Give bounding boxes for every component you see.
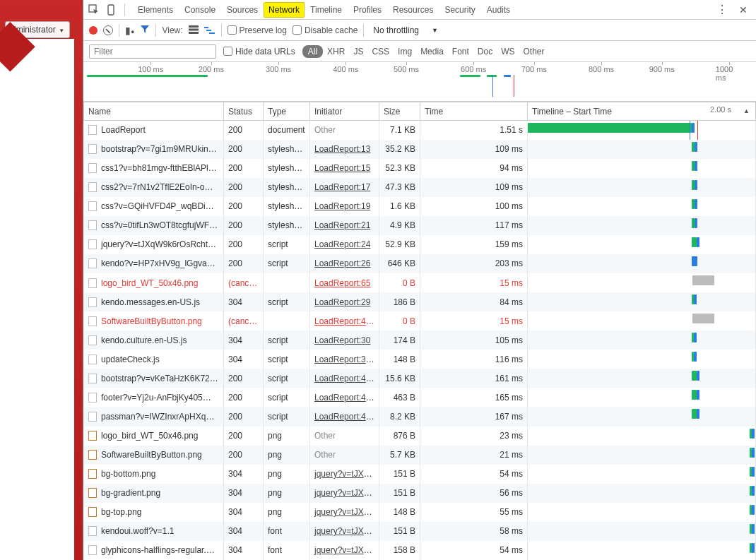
timeline-cell (528, 330, 756, 350)
filter-chip-all[interactable]: All (302, 45, 323, 58)
initiator-link[interactable]: jquery?v=tJXqW9... (314, 469, 379, 479)
record-button[interactable] (89, 26, 98, 35)
table-row[interactable]: jquery?v=tJXqW9k6rOsRcht33y9C...200scrip… (84, 235, 756, 254)
col-size-header[interactable]: Size (379, 102, 420, 121)
view-large-icon[interactable] (189, 25, 199, 36)
request-name: passman?v=IWZInxrApHXqOd-qa... (101, 412, 224, 422)
tab-console[interactable]: Console (179, 1, 221, 19)
table-row[interactable]: glyphicons-halflings-regular.woff2304fon… (84, 541, 756, 560)
preserve-log-checkbox[interactable]: Preserve log (228, 25, 287, 35)
screenshot-icon[interactable]: ▮● (125, 25, 134, 36)
initiator-link[interactable]: LoadReport:432 (314, 393, 375, 403)
file-icon (88, 431, 97, 441)
inspect-icon[interactable] (88, 4, 100, 16)
disable-cache-checkbox[interactable]: Disable cache (293, 25, 358, 35)
initiator-link[interactable]: jquery?v=tJXqW9... (314, 488, 379, 498)
initiator-link[interactable]: LoadReport:26 (314, 258, 370, 268)
initiator-link[interactable]: jquery?v=tJXqW9... (314, 545, 379, 555)
table-row[interactable]: bg-bottom.png304pngjquery?v=tJXqW9...151… (84, 465, 756, 484)
col-name-header[interactable]: Name (84, 102, 224, 121)
table-row[interactable]: kendoui.woff?v=1.1304fontjquery?v=tJXqW9… (84, 522, 756, 541)
status-cell: 304 (224, 292, 264, 311)
col-type-header[interactable]: Type (264, 102, 310, 121)
filter-icon[interactable] (140, 24, 150, 36)
table-row[interactable]: kendo?v=HP7xHV9g_lGgvaD9RXf...200scriptL… (84, 254, 756, 273)
throttling-dropdown[interactable]: No throttling ▼ (370, 23, 442, 37)
kebab-menu-icon[interactable]: ⋮ (714, 3, 731, 16)
table-row[interactable]: updateCheck.js304scriptLoadReport:365148… (84, 350, 756, 369)
file-icon (88, 526, 97, 536)
col-initiator-header[interactable]: Initiator (310, 102, 379, 121)
filter-chip-other[interactable]: Other (519, 45, 549, 58)
filter-input[interactable] (89, 44, 216, 59)
svg-rect-5 (204, 27, 208, 28)
device-toggle-icon[interactable] (105, 4, 117, 16)
tab-security[interactable]: Security (439, 1, 480, 19)
filter-chip-font[interactable]: Font (448, 45, 473, 58)
initiator-link[interactable]: LoadReport:30 (314, 335, 370, 345)
preserve-log-input[interactable] (228, 25, 237, 35)
type-cell: stylesheet (264, 140, 310, 159)
table-row[interactable]: bootstrap?v=7gi1m9MRUkine3WJ...200styles… (84, 140, 756, 159)
initiator-link[interactable]: jquery?v=tJXqW9... (314, 526, 379, 536)
initiator-link[interactable]: LoadReport:420 (314, 316, 375, 326)
tab-audits[interactable]: Audits (481, 1, 516, 19)
initiator-link[interactable]: LoadReport:13 (314, 144, 370, 154)
table-row[interactable]: passman?v=IWZInxrApHXqOd-qa...200scriptL… (84, 407, 756, 426)
initiator-link[interactable]: LoadReport:29 (314, 297, 370, 307)
initiator-link[interactable]: LoadReport:24 (314, 239, 370, 249)
timeline-overview[interactable]: 100 ms200 ms300 ms400 ms500 ms600 ms700 … (83, 62, 756, 102)
tab-network[interactable]: Network (264, 2, 305, 18)
initiator-link[interactable]: LoadReport:434 (314, 412, 375, 422)
filter-chip-media[interactable]: Media (416, 45, 448, 58)
filter-chip-ws[interactable]: WS (497, 45, 519, 58)
tab-sources[interactable]: Sources (221, 1, 264, 19)
hide-data-urls-input[interactable] (223, 47, 232, 56)
table-row[interactable]: footer?v=Yj2u-AnFbjKy405WlNk8...200scrip… (84, 388, 756, 407)
table-row[interactable]: logo_bird_WT_50x46.png200pngOther876 B23… (84, 427, 756, 446)
timeline-bar-cap (752, 505, 755, 515)
filter-chip-xhr[interactable]: XHR (323, 45, 349, 58)
initiator-link[interactable]: LoadReport:365 (314, 355, 375, 364)
tab-resources[interactable]: Resources (387, 1, 439, 19)
tab-timeline[interactable]: Timeline (305, 1, 348, 19)
timeline-cell (528, 311, 756, 330)
table-row[interactable]: css?v=GQiHVFD4P_wqBDiHAO74...200styleshe… (84, 197, 756, 216)
table-row[interactable]: css2?v=7rN1v2TflE2EoIn-oHH4cbr...200styl… (84, 178, 756, 197)
initiator-link[interactable]: LoadReport:430 (314, 374, 375, 383)
initiator-link[interactable]: LoadReport:17 (314, 182, 370, 192)
filter-chip-js[interactable]: JS (349, 45, 367, 58)
table-row[interactable]: logo_bird_WT_50x46.png(canceled)LoadRepo… (84, 273, 756, 292)
table-row[interactable]: kendo.culture.en-US.js304scriptLoadRepor… (84, 330, 756, 350)
tab-profiles[interactable]: Profiles (348, 1, 387, 19)
col-time-header[interactable]: Time (420, 102, 528, 121)
col-status-header[interactable]: Status (224, 102, 264, 121)
request-name: css?v=GQiHVFD4P_wqBDiHAO74... (101, 201, 224, 211)
initiator-link[interactable]: LoadReport:19 (314, 201, 370, 211)
table-row[interactable]: kendo.messages.en-US.js304scriptLoadRepo… (84, 292, 756, 311)
table-row[interactable]: LoadReport200documentOther7.1 KB1.51 s (84, 121, 756, 140)
initiator-link[interactable]: LoadReport:21 (314, 220, 370, 230)
table-row[interactable]: bg-top.png304pngjquery?v=tJXqW9...148 B5… (84, 503, 756, 522)
table-row[interactable]: bootstrap?v=vKeTaHzK6K72lzNxl...200scrip… (84, 369, 756, 388)
table-row[interactable]: bg-gradient.png304pngjquery?v=tJXqW9...1… (84, 484, 756, 503)
filter-chip-css[interactable]: CSS (367, 45, 394, 58)
table-row[interactable]: css1?v=bh81mgv-ftthEBlAPlK7UC...200style… (84, 159, 756, 178)
col-timeline-header[interactable]: Timeline – Start Time 2.00 s ▲ (528, 102, 756, 121)
table-row[interactable]: SoftwareBuiltByButton.png200pngOther5.7 … (84, 446, 756, 465)
clear-button[interactable] (103, 25, 113, 35)
initiator-link[interactable]: LoadReport:65 (314, 278, 370, 288)
time-cell: 161 ms (420, 369, 528, 388)
table-row[interactable]: css?v=0tifLn3wOT8tcgfujWFKOJB...200style… (84, 216, 756, 235)
initiator-link[interactable]: jquery?v=tJXqW9... (314, 507, 379, 517)
time-cell: 167 ms (420, 407, 528, 426)
table-row[interactable]: SoftwareBuiltByButton.png(canceled)LoadR… (84, 311, 756, 330)
initiator-link[interactable]: LoadReport:15 (314, 163, 370, 173)
tab-elements[interactable]: Elements (132, 1, 179, 19)
hide-data-urls-checkbox[interactable]: Hide data URLs (223, 47, 295, 56)
view-waterfall-icon[interactable] (204, 26, 215, 35)
disable-cache-input[interactable] (293, 25, 302, 35)
close-devtools-icon[interactable]: ✕ (735, 4, 752, 16)
filter-chip-img[interactable]: Img (394, 45, 416, 58)
filter-chip-doc[interactable]: Doc (473, 45, 497, 58)
